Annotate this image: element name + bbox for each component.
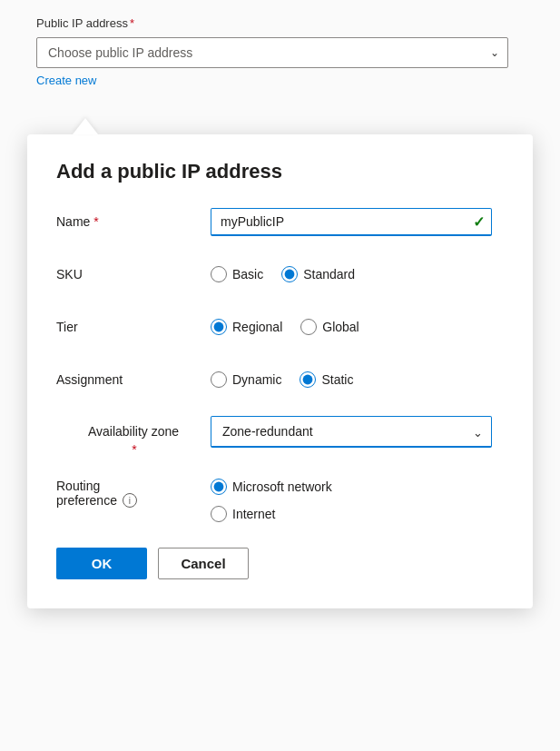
tier-control: Regional Global (211, 319, 504, 335)
assignment-dynamic-label: Dynamic (232, 372, 281, 387)
name-input[interactable] (211, 208, 492, 236)
name-check-icon: ✓ (473, 213, 485, 231)
assignment-row: Assignment Dynamic Static (56, 363, 504, 396)
tooltip-arrow (73, 118, 98, 134)
tier-row: Tier Regional Global (56, 311, 504, 343)
modal-title: Add a public IP address (56, 160, 504, 183)
availability-zone-required-star: * (132, 442, 136, 457)
sku-control: Basic Standard (211, 266, 504, 282)
name-required-star: * (93, 214, 98, 229)
ok-button[interactable]: OK (56, 548, 147, 579)
sku-basic-radio[interactable] (211, 266, 227, 282)
assignment-static-option[interactable]: Static (300, 371, 353, 388)
sku-row: SKU Basic Standard (56, 258, 504, 291)
tier-regional-label: Regional (232, 320, 282, 334)
tier-label: Tier (56, 320, 211, 334)
public-ip-label: Public IP address* (36, 16, 524, 30)
sku-label: SKU (56, 267, 211, 282)
routing-microsoft-label: Microsoft network (232, 479, 332, 494)
name-row: Name* ✓ (56, 205, 504, 238)
routing-preference-row: Routing preference i Microsoft network I… (56, 479, 504, 522)
assignment-static-label: Static (321, 372, 353, 387)
availability-zone-row: Availability zone * Zone-redundant No Zo… (56, 416, 504, 459)
routing-preference-control: Microsoft network Internet (211, 479, 504, 522)
button-row: OK Cancel (56, 548, 504, 579)
name-input-wrapper: ✓ (211, 208, 492, 236)
routing-internet-radio[interactable] (211, 506, 227, 522)
tier-regional-option[interactable]: Regional (211, 319, 282, 335)
assignment-dynamic-option[interactable]: Dynamic (211, 371, 281, 388)
add-public-ip-modal: Add a public IP address Name* ✓ SKU Basi… (27, 134, 533, 608)
tier-global-radio[interactable] (300, 319, 317, 335)
routing-internet-label: Internet (232, 507, 275, 521)
sku-standard-option[interactable]: Standard (281, 266, 355, 282)
assignment-label: Assignment (56, 372, 211, 387)
routing-preference-info-icon[interactable]: i (123, 493, 137, 508)
tier-regional-radio[interactable] (211, 319, 227, 335)
routing-internet-option[interactable]: Internet (211, 506, 489, 522)
tier-global-label: Global (322, 320, 359, 334)
cancel-button[interactable]: Cancel (158, 548, 249, 579)
sku-basic-option[interactable]: Basic (211, 266, 263, 282)
routing-label-text: Routing (56, 479, 211, 493)
availability-zone-label: Availability zone * (56, 416, 211, 459)
routing-preference-label-block: Routing preference i (56, 479, 211, 508)
sku-standard-radio[interactable] (281, 266, 298, 282)
availability-zone-dropdown-container: Zone-redundant No Zone 1 2 3 ⌄ (211, 416, 492, 448)
assignment-control: Dynamic Static (211, 371, 504, 388)
sku-basic-label: Basic (232, 267, 263, 282)
name-control: ✓ (211, 208, 504, 236)
routing-microsoft-radio[interactable] (211, 479, 227, 495)
availability-zone-control: Zone-redundant No Zone 1 2 3 ⌄ (211, 416, 504, 448)
availability-zone-dropdown[interactable]: Zone-redundant No Zone 1 2 3 (211, 416, 492, 448)
assignment-static-radio[interactable] (300, 371, 316, 388)
required-star: * (130, 16, 134, 30)
tier-global-option[interactable]: Global (300, 319, 359, 335)
sku-standard-label: Standard (303, 267, 355, 282)
assignment-dynamic-radio[interactable] (211, 371, 227, 388)
name-label: Name* (56, 214, 211, 229)
public-ip-dropdown-container: Choose public IP address ⌄ (36, 37, 508, 68)
create-new-link[interactable]: Create new (36, 74, 96, 87)
public-ip-dropdown[interactable]: Choose public IP address (36, 37, 508, 68)
routing-preference-text: preference (56, 493, 117, 508)
routing-microsoft-option[interactable]: Microsoft network (211, 479, 489, 495)
